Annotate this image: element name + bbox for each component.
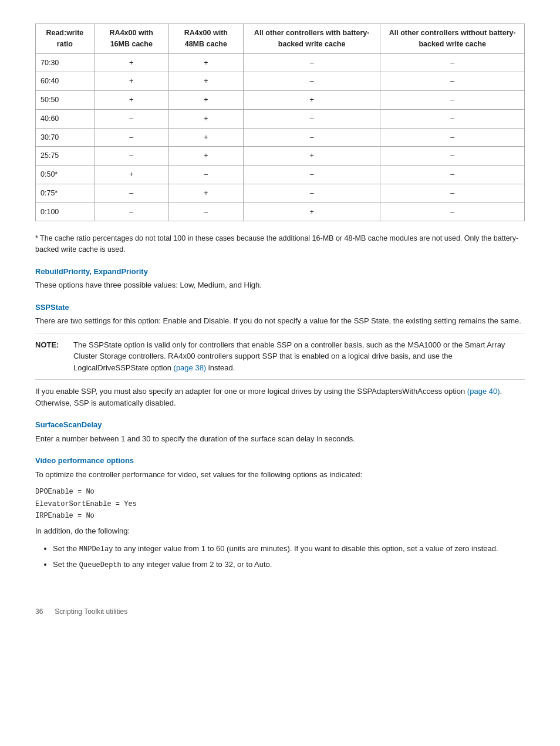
table-cell: +	[168, 109, 243, 128]
video-addition: In addition, do the following:	[35, 525, 525, 537]
table-cell: –	[243, 72, 380, 91]
rebuild-priority-body: These options have three possible values…	[35, 279, 525, 291]
table-cell: +	[94, 91, 168, 110]
table-row: 25:75–++–	[36, 147, 525, 166]
table-cell: –	[380, 91, 525, 110]
note-link[interactable]: (page 38)	[174, 363, 207, 372]
table-row: 50:50+++–	[36, 91, 525, 110]
table-cell: +	[94, 53, 168, 72]
table-cell: +	[168, 91, 243, 110]
table-cell: +	[168, 53, 243, 72]
table-cell: –	[380, 184, 525, 202]
table-cell: –	[380, 109, 525, 128]
bullet-before: Set the	[53, 544, 79, 553]
table-cell: –	[94, 184, 168, 202]
video-perf-heading: Video performance options	[35, 455, 525, 467]
code-line: IRPEnable = No	[35, 510, 525, 522]
table-cell: 50:50	[36, 91, 95, 110]
table-cell: 40:60	[36, 109, 95, 128]
table-cell: –	[168, 166, 243, 184]
table-cell: +	[168, 147, 243, 166]
table-cell: –	[380, 72, 525, 91]
table-cell: –	[94, 109, 168, 128]
code-line: ElevatorSortEnable = Yes	[35, 498, 525, 510]
table-cell: 25:75	[36, 147, 95, 166]
table-cell: +	[168, 184, 243, 202]
page-footer: 36 Scripting Toolkit utilities	[35, 606, 525, 617]
ssp-state-body: There are two settings for this option: …	[35, 315, 525, 327]
table-cell: +	[243, 91, 380, 110]
table-cell: 0:100	[36, 202, 95, 221]
bullet-after: to any integer value from 2 to 32, or to…	[122, 560, 272, 569]
table-row: 0:50*+–––	[36, 166, 525, 184]
table-cell: –	[168, 202, 243, 221]
table-cell: –	[243, 166, 380, 184]
table-row: 30:70–+––	[36, 128, 525, 147]
table-cell: +	[168, 72, 243, 91]
col-header-other-no-battery: All other controllers without battery-ba…	[380, 24, 525, 54]
table-cell: –	[380, 202, 525, 221]
video-code-block: DPOEnable = NoElevatorSortEnable = YesIR…	[35, 486, 525, 522]
list-item: Set the MNPDelay to any integer value fr…	[53, 543, 525, 555]
table-cell: +	[94, 72, 168, 91]
table-cell: +	[243, 202, 380, 221]
table-cell: 60:40	[36, 72, 95, 91]
table-cell: 0:50*	[36, 166, 95, 184]
table-cell: –	[94, 128, 168, 147]
table-row: 70:30++––	[36, 53, 525, 72]
table-cell: 0:75*	[36, 184, 95, 202]
table-row: 0:75*–+––	[36, 184, 525, 202]
table-cell: +	[243, 147, 380, 166]
page-number: 36	[35, 606, 43, 617]
ssp-link[interactable]: (page 40)	[467, 387, 500, 396]
bullet-code: QueueDepth	[79, 561, 122, 569]
col-header-ra4x00-48mb: RA4x00 with 48MB cache	[168, 24, 243, 54]
table-row: 0:100––+–	[36, 202, 525, 221]
bullet-before: Set the	[53, 560, 79, 569]
table-cell: –	[380, 147, 525, 166]
table-cell: –	[380, 128, 525, 147]
ssp-paragraph: If you enable SSP, you must also specify…	[35, 386, 525, 409]
table-cell: 70:30	[36, 53, 95, 72]
note-box: NOTE: The SSPState option is valid only …	[35, 333, 525, 380]
table-cell: –	[94, 202, 168, 221]
bullet-code: MNPDelay	[79, 545, 113, 553]
note-text: The SSPState option is valid only for co…	[73, 339, 525, 374]
video-perf-intro: To optimize the controller performance f…	[35, 469, 525, 481]
table-row: 40:60–+––	[36, 109, 525, 128]
table-cell: 30:70	[36, 128, 95, 147]
table-cell: –	[380, 53, 525, 72]
col-header-read-write: Read:write ratio	[36, 24, 95, 54]
table-cell: –	[243, 53, 380, 72]
footer-label: Scripting Toolkit utilities	[55, 606, 127, 617]
table-cell: –	[94, 147, 168, 166]
surface-scan-heading: SurfaceScanDelay	[35, 419, 525, 431]
code-line: DPOEnable = No	[35, 486, 525, 498]
ssp-state-heading: SSPState	[35, 302, 525, 313]
table-cell: –	[243, 184, 380, 202]
table-cell: –	[243, 109, 380, 128]
table-footnote: * The cache ratio percentages do not tot…	[35, 233, 525, 255]
table-cell: +	[168, 128, 243, 147]
table-cell: –	[243, 128, 380, 147]
bullet-after: to any integer value from 1 to 60 (units…	[113, 544, 498, 553]
note-label: NOTE:	[35, 339, 68, 374]
table-row: 60:40++––	[36, 72, 525, 91]
col-header-ra4x00-16mb: RA4x00 with 16MB cache	[94, 24, 168, 54]
table-cell: +	[94, 166, 168, 184]
video-bullet-list: Set the MNPDelay to any integer value fr…	[53, 543, 525, 571]
list-item: Set the QueueDepth to any integer value …	[53, 559, 525, 571]
performance-table: Read:write ratio RA4x00 with 16MB cache …	[35, 23, 525, 221]
rebuild-priority-heading: RebuildPriority, ExpandPriority	[35, 266, 525, 278]
table-cell: –	[380, 166, 525, 184]
col-header-other-battery: All other controllers with battery-backe…	[243, 24, 380, 54]
surface-scan-body: Enter a number between 1 and 30 to speci…	[35, 433, 525, 445]
